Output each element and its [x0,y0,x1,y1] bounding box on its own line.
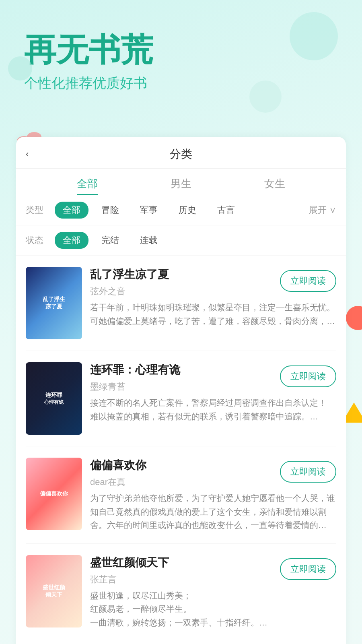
status-chip-finished[interactable]: 完结 [93,232,127,249]
book-cover-text-1: 乱了浮生凉了夏 [26,267,82,339]
tab-male[interactable]: 男生 [171,177,191,195]
red-circle-decoration [346,306,362,330]
book-item-4: 盛世红颜倾天下 盛世红颜倾天下 张芷言 盛世初逢，叹尽江山秀美；红颜易老，一醉倾… [26,544,336,641]
book-desc-2: 接连不断的名人死亡案件，警察局经过周密调查作出自杀认定！难以掩盖的真相，若有似无… [90,396,336,423]
book-item-5: 红昭愿陌上花开 红昭愿：陌上花开… 立即阅读 [26,641,336,644]
type-chip-all[interactable]: 全部 [55,202,88,219]
book-cover-text-2: 连环罪心理有诡 [26,362,82,435]
book-item-1: 乱了浮生凉了夏 乱了浮生凉了夏 弦外之音 若干年前，叶明珠如明珠璀璨，似繁星夺目… [26,256,336,351]
read-button-3[interactable]: 立即阅读 [280,461,336,483]
hero-section: 再无书荒 个性化推荐优质好书 [0,0,362,137]
book-cover-2[interactable]: 连环罪心理有诡 [26,362,82,435]
book-desc-3: 为了守护弟弟他夺他所爱，为了守护爱人她宁愿看他一个人哭，谁知自己竟然真的假戏真做… [90,491,336,532]
gender-tabs: 全部 男生 女生 [16,169,346,195]
blob-decoration-1 [290,12,338,60]
blob-decoration-2 [249,80,282,113]
status-chip-ongoing[interactable]: 连载 [132,232,166,249]
tab-all[interactable]: 全部 [77,177,98,195]
book-cover-text-3: 偏偏喜欢你 [26,458,82,530]
main-panel: ‹ 分类 全部 男生 女生 类型 全部 冒险 军事 历史 古言 展开 ∨ 状态 … [16,137,346,644]
read-button-1[interactable]: 立即阅读 [280,270,336,292]
book-desc-1: 若干年前，叶明珠如明珠璀璨，似繁星夺目，注定一生喜乐无忧。可她偏偏爱上莫绪寻，吃… [90,301,336,328]
type-chip-ancient[interactable]: 古言 [209,202,243,219]
book-cover-1[interactable]: 乱了浮生凉了夏 [26,267,82,339]
type-chip-adventure[interactable]: 冒险 [93,202,127,219]
hero-subtitle: 个性化推荐优质好书 [24,74,338,93]
book-list: 乱了浮生凉了夏 乱了浮生凉了夏 弦外之音 若干年前，叶明珠如明珠璀璨，似繁星夺目… [16,256,346,644]
book-cover-3[interactable]: 偏偏喜欢你 [26,458,82,530]
tab-female[interactable]: 女生 [264,177,285,195]
blob-decoration-3 [8,56,32,80]
status-filter-row: 状态 全部 完结 连载 [16,225,346,256]
type-filter-label: 类型 [26,204,50,216]
type-chip-history[interactable]: 历史 [171,202,204,219]
status-chip-all[interactable]: 全部 [55,232,88,249]
read-button-2[interactable]: 立即阅读 [280,365,336,387]
book-cover-4[interactable]: 盛世红颜倾天下 [26,555,82,627]
book-item-3: 偏偏喜欢你 偏偏喜欢你 dear在真 为了守护弟弟他夺他所爱，为了守护爱人她宁愿… [26,446,336,544]
top-bar: ‹ 分类 [16,137,346,169]
status-filter-label: 状态 [26,234,50,246]
read-button-4[interactable]: 立即阅读 [280,558,336,580]
back-button[interactable]: ‹ [26,149,29,159]
type-filter-row: 类型 全部 冒险 军事 历史 古言 展开 ∨ [16,195,346,225]
type-chip-military[interactable]: 军事 [132,202,166,219]
page-title: 分类 [170,147,192,162]
book-cover-text-4: 盛世红颜倾天下 [26,555,82,627]
book-item-2: 连环罪心理有诡 连环罪：心理有诡 墨绿青苔 接连不断的名人死亡案件，警察局经过周… [26,351,336,446]
book-desc-4: 盛世初逢，叹尽江山秀美；红颜易老，一醉倾尽半生。一曲清歌，婉转悠扬；一双素手、十… [90,589,336,630]
expand-button[interactable]: 展开 ∨ [309,204,336,216]
